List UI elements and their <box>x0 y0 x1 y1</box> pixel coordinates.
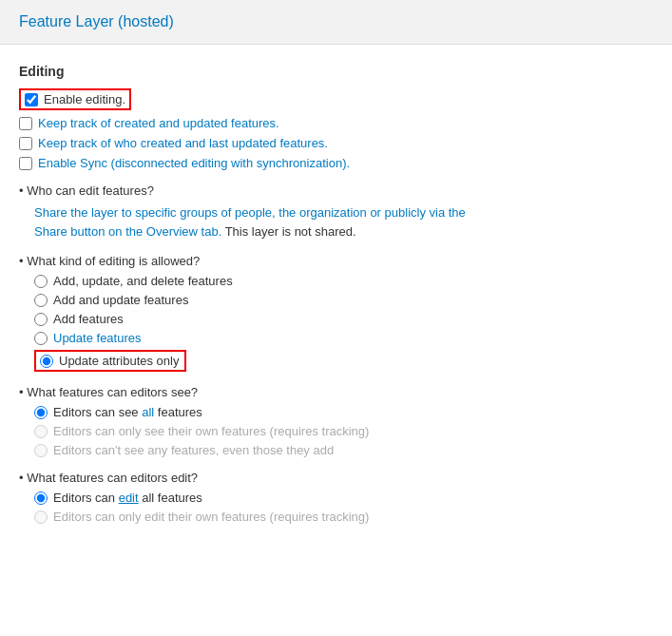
update-attributes-label: Update attributes only <box>59 354 179 368</box>
add-update-row: Add and update features <box>34 293 653 307</box>
enable-editing-highlight: Enable editing. <box>19 88 131 110</box>
editors-edit-options: Editors can edit all features Editors ca… <box>19 491 653 524</box>
editors-see-section: What features can editors see? Editors c… <box>19 385 653 457</box>
main-content: Editing Enable editing. Keep track of cr… <box>0 45 672 548</box>
edit-all-label: Editors can edit all features <box>53 491 202 505</box>
see-own-label: Editors can only see their own features … <box>53 424 369 438</box>
see-all-radio[interactable] <box>34 406 48 419</box>
enable-sync-checkbox[interactable] <box>19 157 32 170</box>
see-none-label: Editors can't see any features, even tho… <box>53 443 334 457</box>
see-all-row: Editors can see all features <box>34 405 653 419</box>
enable-sync-label: Enable Sync (disconnected editing with s… <box>38 156 350 170</box>
editing-allowed-section: What kind of editing is allowed? Add, up… <box>19 254 653 372</box>
who-can-edit-description: Share the layer to specific groups of pe… <box>19 203 653 241</box>
track-created-label: Keep track of created and updated featur… <box>38 116 279 130</box>
edit-all-radio[interactable] <box>34 491 48 505</box>
edit-own-label: Editors can only edit their own features… <box>53 510 369 524</box>
enable-editing-checkbox[interactable] <box>25 93 38 106</box>
enable-sync-row: Enable Sync (disconnected editing with s… <box>19 156 653 170</box>
editing-allowed-options: Add, update, and delete features Add and… <box>19 274 653 372</box>
update-attributes-row: Update attributes only <box>34 350 653 372</box>
add-update-delete-label: Add, update, and delete features <box>53 274 233 288</box>
update-attributes-radio[interactable] <box>40 355 53 368</box>
who-can-edit-desc-text: Share the layer to specific groups of pe… <box>34 203 653 241</box>
track-who-label: Keep track of who created and last updat… <box>38 136 328 150</box>
add-features-radio[interactable] <box>34 313 48 326</box>
editing-allowed-title: What kind of editing is allowed? <box>19 254 653 268</box>
editors-edit-title: What features can editors edit? <box>19 471 653 485</box>
edit-all-row: Editors can edit all features <box>34 491 653 505</box>
editing-section-title: Editing <box>19 64 653 79</box>
add-update-radio[interactable] <box>34 294 48 307</box>
enable-editing-row: Enable editing. <box>19 88 653 110</box>
edit-own-row: Editors can only edit their own features… <box>34 510 653 524</box>
track-created-checkbox[interactable] <box>19 117 32 130</box>
who-can-edit-title: Who can edit features? <box>19 183 653 198</box>
editors-see-title: What features can editors see? <box>19 385 653 399</box>
editors-edit-section: What features can editors edit? Editors … <box>19 471 653 524</box>
header-title-text: Feature Layer <box>19 13 114 29</box>
page-header: Feature Layer (hosted) <box>0 0 672 45</box>
see-none-radio[interactable] <box>34 444 48 457</box>
see-own-row: Editors can only see their own features … <box>34 424 653 438</box>
track-created-row: Keep track of created and updated featur… <box>19 116 653 130</box>
update-features-label: Update features <box>53 331 142 345</box>
header-title-suffix: (hosted) <box>118 13 174 29</box>
add-update-delete-row: Add, update, and delete features <box>34 274 653 288</box>
editors-see-options: Editors can see all features Editors can… <box>19 405 653 457</box>
update-features-row: Update features <box>34 331 653 345</box>
track-who-checkbox[interactable] <box>19 137 32 150</box>
track-who-row: Keep track of who created and last updat… <box>19 136 653 150</box>
add-features-row: Add features <box>34 312 653 326</box>
update-features-radio[interactable] <box>34 332 48 345</box>
who-can-edit-section: Who can edit features? Share the layer t… <box>19 183 653 241</box>
see-own-radio[interactable] <box>34 425 48 438</box>
see-none-row: Editors can't see any features, even tho… <box>34 443 653 457</box>
page-title: Feature Layer (hosted) <box>19 13 653 30</box>
enable-editing-label: Enable editing. <box>44 92 125 106</box>
edit-own-radio[interactable] <box>34 511 48 524</box>
update-attributes-highlight: Update attributes only <box>34 350 186 372</box>
add-update-label: Add and update features <box>53 293 188 307</box>
see-all-label: Editors can see all features <box>53 405 202 419</box>
add-features-label: Add features <box>53 312 124 326</box>
add-update-delete-radio[interactable] <box>34 275 48 288</box>
